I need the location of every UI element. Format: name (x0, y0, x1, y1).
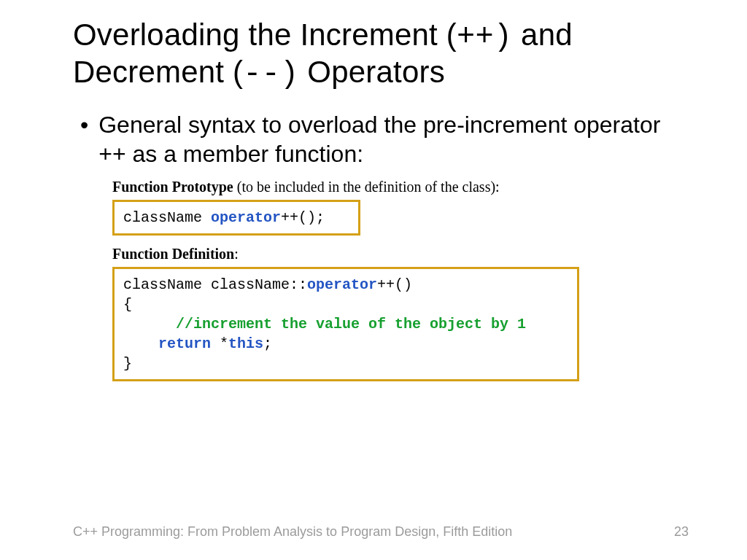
code-text: ; (263, 335, 272, 352)
code-text: { (123, 296, 132, 313)
slide-footer: C++ Programming: From Problem Analysis t… (73, 524, 689, 540)
code-text: } (123, 355, 132, 372)
code-keyword: return (158, 335, 211, 352)
definition-section: Function Definition: className className… (112, 246, 689, 381)
bullet-item: • General syntax to overload the pre-inc… (73, 110, 689, 168)
footer-source: C++ Programming: From Problem Analysis t… (73, 524, 512, 540)
prototype-label: Function Prototype (to be included in th… (112, 179, 689, 195)
code-text: ++() (377, 276, 412, 293)
bullet-dot-icon: • (80, 110, 88, 139)
page-number: 23 (674, 524, 689, 540)
code-text: className className:: (123, 276, 307, 293)
prototype-label-rest: (to be included in the definition of the… (233, 179, 500, 195)
prototype-label-bold: Function Prototype (112, 179, 233, 195)
code-text: ++(); (281, 209, 325, 226)
definition-label-bold: Function Definition (112, 246, 234, 262)
code-keyword: operator (211, 209, 281, 226)
code-indent (123, 335, 158, 352)
definition-codebox: className className::operator++() { //in… (112, 267, 579, 381)
code-keyword: operator (307, 276, 377, 293)
code-text: * (211, 335, 228, 352)
bullet-text: General syntax to overload the pre-incre… (98, 110, 689, 168)
title-mono1: ++) (457, 20, 512, 55)
code-text: className (123, 209, 211, 226)
bullet-list: • General syntax to overload the pre-inc… (73, 110, 689, 168)
prototype-codebox: className operator++(); (112, 200, 360, 236)
title-part1: Overloading the Increment ( (73, 18, 457, 52)
code-keyword: this (228, 335, 263, 352)
title-part3: Operators (298, 55, 444, 89)
slide-title: Overloading the Increment (++) and Decre… (73, 18, 689, 93)
title-mono2: --) (243, 57, 298, 92)
definition-label-rest: : (234, 246, 239, 262)
definition-label: Function Definition: (112, 246, 689, 262)
code-indent (123, 316, 176, 332)
code-comment: //increment the value of the object by 1 (176, 316, 526, 332)
prototype-section: Function Prototype (to be included in th… (112, 179, 689, 236)
slide: Overloading the Increment (++) and Decre… (0, 0, 747, 560)
